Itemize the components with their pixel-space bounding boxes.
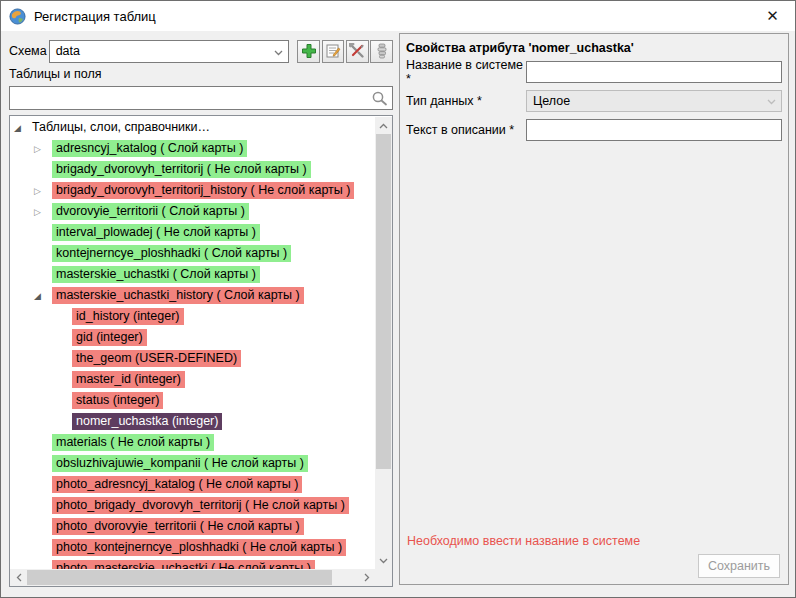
description-text-input[interactable] xyxy=(526,119,782,141)
attribute-properties-panel: Свойства атрибута 'nomer_uchastka' Назва… xyxy=(399,33,789,585)
data-type-label: Тип данных * xyxy=(406,94,526,108)
schema-label: Схема xyxy=(9,44,49,58)
tree-item[interactable]: interval_plowadej ( Не слой карты ) xyxy=(10,222,375,243)
scroll-up-icon[interactable] xyxy=(375,117,392,134)
tree-item-label: masterskie_uchastki_history ( Слой карты… xyxy=(52,287,304,304)
close-button[interactable]: ✕ xyxy=(750,1,795,31)
tree-item-label: photo_masterskie_uchastki ( Не слой карт… xyxy=(52,560,315,569)
name-in-system-input[interactable] xyxy=(526,61,782,83)
tables-and-fields-label: Таблицы и поля xyxy=(9,67,101,81)
tree-item[interactable]: id_history (integer) xyxy=(10,306,375,327)
description-text-label: Текст в описании * xyxy=(406,123,526,137)
tree-item-label: the_geom (USER-DEFINED) xyxy=(72,350,241,367)
tree-item-label: materials ( Не слой карты ) xyxy=(52,434,214,451)
tree-item[interactable]: photo_masterskie_uchastki ( Не слой карт… xyxy=(10,558,375,569)
tree-item-label: obsluzhivajuwie_kompanii ( Не слой карты… xyxy=(52,455,308,472)
add-plus-icon xyxy=(301,43,317,59)
description-text-row: Текст в описании * xyxy=(406,119,782,141)
tables-tree: ◢Таблицы, слои, справочники…▷adresncyj_k… xyxy=(9,115,393,587)
save-button[interactable]: Сохранить xyxy=(698,554,780,578)
tree-item-label: photo_adresncyj_katalog ( Не слой карты … xyxy=(52,476,302,493)
structure-column-icon xyxy=(374,43,390,59)
tree-item[interactable]: obsluzhivajuwie_kompanii ( Не слой карты… xyxy=(10,453,375,474)
table-registration-window: { "window": { "title": "Регистрация табл… xyxy=(0,0,796,598)
data-type-row: Тип данных * Целое xyxy=(406,90,782,112)
horizontal-scrollbar-thumb[interactable] xyxy=(27,570,332,585)
tree-item[interactable]: brigady_dvorovyh_territorij ( Не слой ка… xyxy=(10,159,375,180)
tree-item[interactable]: the_geom (USER-DEFINED) xyxy=(10,348,375,369)
data-type-value: Целое xyxy=(533,94,570,108)
tree-item[interactable]: master_id (integer) xyxy=(10,369,375,390)
tree-item-label: brigady_dvorovyh_territorij ( Не слой ка… xyxy=(52,161,311,178)
tree-item-label: interval_plowadej ( Не слой карты ) xyxy=(52,224,260,241)
tools-button[interactable] xyxy=(346,40,369,63)
tree-collapsed-icon[interactable]: ▷ xyxy=(34,186,52,196)
tree-item[interactable]: ▷dvorovyie_territorii ( Слой карты ) xyxy=(10,201,375,222)
tree-item-label: nomer_uchastka (integer) xyxy=(72,413,222,430)
tree-item[interactable]: ▷adresncyj_katalog ( Слой карты ) xyxy=(10,138,375,159)
tree-item-label: photo_brigady_dvorovyh_territorij ( Не с… xyxy=(52,497,349,514)
tree-rows: ◢Таблицы, слои, справочники…▷adresncyj_k… xyxy=(10,117,375,569)
tree-item[interactable]: status (integer) xyxy=(10,390,375,411)
tree-item-label: adresncyj_katalog ( Слой карты ) xyxy=(52,140,247,157)
search-input[interactable] xyxy=(9,86,393,110)
chevron-down-icon xyxy=(767,99,776,105)
tree-collapsed-icon[interactable]: ▷ xyxy=(34,207,52,217)
tree-item-label: id_history (integer) xyxy=(72,308,184,325)
chevron-down-icon xyxy=(274,50,283,56)
validation-error-text: Необходимо ввести название в системе xyxy=(407,534,640,548)
tree-item[interactable]: kontejnerncye_ploshhadki ( Слой карты ) xyxy=(10,243,375,264)
tree-expanded-icon[interactable]: ◢ xyxy=(34,291,52,301)
tree-item-label: gid (integer) xyxy=(72,329,147,346)
tree-item-label: masterskie_uchastki ( Слой карты ) xyxy=(52,266,260,283)
scrollbar-corner xyxy=(375,569,392,586)
vertical-scrollbar[interactable] xyxy=(375,117,392,569)
tree-item[interactable]: gid (integer) xyxy=(10,327,375,348)
data-type-combobox[interactable]: Целое xyxy=(526,90,782,112)
scroll-right-icon[interactable] xyxy=(358,569,375,586)
tree-item-label: status (integer) xyxy=(72,392,163,409)
scroll-left-icon[interactable] xyxy=(10,569,27,586)
tree-item[interactable]: nomer_uchastka (integer) xyxy=(10,411,375,432)
tree-item[interactable]: ◢masterskie_uchastki_history ( Слой карт… xyxy=(10,285,375,306)
add-schema-button[interactable] xyxy=(297,40,320,63)
tree-item-label: master_id (integer) xyxy=(72,371,185,388)
schema-combobox-value: data xyxy=(56,44,80,58)
tree-item-label: brigady_dvorovyh_territorij_history ( Не… xyxy=(52,182,354,199)
edit-notepad-icon xyxy=(325,43,341,59)
tree-item[interactable]: photo_adresncyj_katalog ( Не слой карты … xyxy=(10,474,375,495)
tree-item[interactable]: photo_kontejnerncye_ploshhadki ( Не слой… xyxy=(10,537,375,558)
scroll-down-icon[interactable] xyxy=(375,552,392,569)
vertical-scrollbar-thumb[interactable] xyxy=(376,134,391,469)
horizontal-scrollbar[interactable] xyxy=(10,569,375,586)
tree-item[interactable]: photo_brigady_dvorovyh_territorij ( Не с… xyxy=(10,495,375,516)
name-in-system-label: Название в системе * xyxy=(406,58,526,86)
tree-item-label: Таблицы, слои, справочники… xyxy=(32,119,210,136)
tree-item[interactable]: photo_dvorovyie_territorii ( Не слой кар… xyxy=(10,516,375,537)
window-title: Регистрация таблиц xyxy=(34,9,156,24)
edit-table-button[interactable] xyxy=(322,40,345,63)
tree-collapsed-icon[interactable]: ▷ xyxy=(34,144,52,154)
tree-item-label: photo_kontejnerncye_ploshhadki ( Не слой… xyxy=(52,539,346,556)
tree-item[interactable]: materials ( Не слой карты ) xyxy=(10,432,375,453)
tree-item-label: kontejnerncye_ploshhadki ( Слой карты ) xyxy=(52,245,291,262)
tree-item[interactable]: masterskie_uchastki ( Слой карты ) xyxy=(10,264,375,285)
tree-item-label: photo_dvorovyie_territorii ( Не слой кар… xyxy=(52,518,304,535)
name-in-system-row: Название в системе * xyxy=(406,61,782,83)
tools-wrench-icon xyxy=(349,43,365,59)
tree-item[interactable]: ◢Таблицы, слои, справочники… xyxy=(10,117,375,138)
schema-row: Схема data xyxy=(9,39,393,63)
schema-combobox[interactable]: data xyxy=(49,40,289,63)
panel-header: Свойства атрибута 'nomer_uchastka' xyxy=(400,34,788,61)
tree-item[interactable]: ▷brigady_dvorovyh_territorij_history ( Н… xyxy=(10,180,375,201)
globe-app-icon xyxy=(9,8,26,25)
search-icon[interactable] xyxy=(371,90,388,107)
tree-expanded-icon[interactable]: ◢ xyxy=(14,123,32,133)
titlebar: Регистрация таблиц xyxy=(1,1,795,31)
table-structure-button[interactable] xyxy=(370,40,393,63)
tree-item-label: dvorovyie_territorii ( Слой карты ) xyxy=(52,203,249,220)
search-box xyxy=(9,86,393,110)
